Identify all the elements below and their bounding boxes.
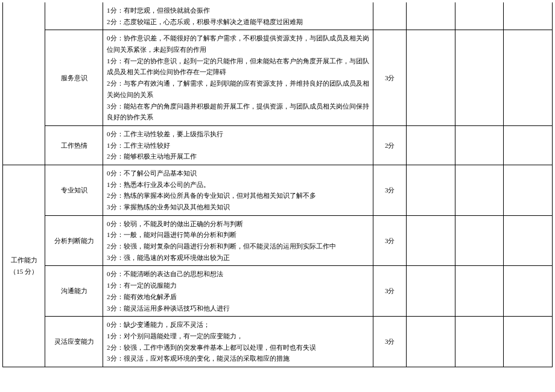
- score-value: 3分: [385, 74, 395, 81]
- item-cell: 灵活应变能力: [45, 317, 103, 367]
- criteria-line: 2分：能够积极主动地开展工作: [107, 151, 369, 162]
- criteria-cell: 0分：不了解公司产品基本知识1分：熟悉本行业及本公司的产品。2分：熟练的掌握本岗…: [103, 165, 373, 215]
- criteria-line: 1分：工作主动性较好: [107, 140, 369, 151]
- criteria-line: 2分：态度较端正，心态乐观，积极寻求解决之道能平稳度过困难期: [107, 16, 369, 28]
- blank-cell: [455, 30, 504, 126]
- evaluation-table: 1分：有时悲观，但很快就就会振作2分：态度较端正，心态乐观，积极寻求解决之道能平…: [2, 2, 553, 367]
- score-cell: 3分: [373, 317, 407, 367]
- criteria-line: 0分：不了解公司产品基本知识: [107, 168, 369, 179]
- blank-cell: [407, 165, 455, 215]
- criteria-line: 0分：较弱，不能及时的做出正确的分析与判断: [107, 218, 369, 230]
- criteria-line: 2分：与客户有效沟通，了解需求，起到职能的应有资源支持，并维持良好的团队成员及相…: [107, 78, 369, 100]
- blank-cell: [455, 165, 504, 215]
- blank-cell: [504, 266, 553, 317]
- item-label: 服务意识: [61, 74, 87, 81]
- category-cell: 工作能力（15 分）: [3, 165, 45, 367]
- category-cell: [3, 2, 45, 165]
- criteria-line: 3分：掌握熟练的业务知识及其他相关知识: [107, 201, 369, 213]
- table-row: 分析判断能力0分：较弱，不能及时的做出正确的分析与判断1分：一般，能对问题进行简…: [3, 215, 553, 266]
- item-label: 沟通能力: [61, 287, 87, 294]
- table-row: 灵活应变能力0分：缺少变通能力，反应不灵活；1分：对个别问题能处理，有一定的应变…: [3, 317, 553, 367]
- criteria-cell: 0分：较弱，不能及时的做出正确的分析与判断1分：一般，能对问题进行简单的分析和判…: [103, 215, 373, 266]
- score-value: 3分: [385, 186, 395, 194]
- table-row: 服务意识0分：协作意识差，不能很好的了解客户需求，不积极提供资源支持，与团队成员…: [3, 30, 553, 126]
- criteria-line: 2分：熟练的掌握本岗位所具备的专业知识，但对其他相关知识了解不多: [107, 190, 369, 201]
- blank-cell: [455, 266, 504, 317]
- item-cell: 沟通能力: [45, 266, 103, 317]
- criteria-cell: 0分：工作主动性较差，要上级指示执行1分：工作主动性较好2分：能够积极主动地开展…: [103, 125, 373, 165]
- blank-cell: [407, 266, 455, 317]
- blank-cell: [455, 125, 504, 165]
- item-label: 专业知识: [61, 186, 87, 194]
- item-label: 灵活应变能力: [54, 338, 94, 345]
- criteria-line: 0分：不能清晰的表达自己的思想和想法: [107, 268, 369, 280]
- blank-cell: [407, 30, 455, 126]
- blank-cell: [504, 215, 553, 266]
- criteria-line: 2分：较强，能对复杂的问题进行分析和判断，但不能灵活的运用到实际工作中: [107, 241, 369, 252]
- blank-cell: [504, 30, 553, 126]
- criteria-line: 1分：对个别问题能处理，有一定的应变能力，: [107, 330, 369, 342]
- blank-cell: [407, 2, 455, 30]
- blank-cell: [504, 165, 553, 215]
- blank-cell: [504, 125, 553, 165]
- score-value: 3分: [385, 237, 395, 244]
- table-row: 沟通能力0分：不能清晰的表达自己的思想和想法1分：有一定的说服能力2分：能有效地…: [3, 266, 553, 317]
- score-value: 2分: [385, 142, 395, 149]
- criteria-line: 0分：协作意识差，不能很好的了解客户需求，不积极提供资源支持，与团队成员及相关岗…: [107, 33, 369, 55]
- criteria-line: 3分：能灵活运用多种谈话技巧和他人进行: [107, 303, 369, 314]
- item-cell: 工作热情: [45, 125, 103, 165]
- criteria-line: 1分：有时悲观，但很快就就会振作: [107, 5, 369, 16]
- criteria-cell: 0分：缺少变通能力，反应不灵活；1分：对个别问题能处理，有一定的应变能力，2分：…: [103, 317, 373, 367]
- criteria-cell: 0分：协作意识差，不能很好的了解客户需求，不积极提供资源支持，与团队成员及相关岗…: [103, 30, 373, 126]
- score-value: 3分: [385, 287, 395, 294]
- table-row: 工作能力（15 分）专业知识0分：不了解公司产品基本知识1分：熟悉本行业及本公司…: [3, 165, 553, 215]
- criteria-line: 0分：缺少变通能力，反应不灵活；: [107, 319, 369, 330]
- item-cell: 专业知识: [45, 165, 103, 215]
- criteria-line: 3分：强，能迅速的对客观环境做出较为正: [107, 252, 369, 264]
- criteria-line: 1分：一般，能对问题进行简单的分析和判断: [107, 229, 369, 241]
- criteria-line: 3分：很灵活，应对客观环境的变化，能灵活的采取相应的措施: [107, 353, 369, 364]
- table-row: 工作热情0分：工作主动性较差，要上级指示执行1分：工作主动性较好2分：能够积极主…: [3, 125, 553, 165]
- blank-cell: [407, 317, 455, 367]
- criteria-line: 2分：较强，工作中遇到的突发事件基本上都可以处理，但有时也有失误: [107, 342, 369, 353]
- blank-cell: [407, 215, 455, 266]
- item-label: 分析判断能力: [54, 237, 94, 244]
- criteria-line: 0分：工作主动性较差，要上级指示执行: [107, 128, 369, 140]
- blank-cell: [455, 2, 504, 30]
- score-cell: 3分: [373, 215, 407, 266]
- blank-cell: [407, 125, 455, 165]
- criteria-line: 1分：有一定的说服能力: [107, 280, 369, 291]
- category-label: 工作能力（15 分）: [10, 256, 38, 275]
- criteria-line: 1分：熟悉本行业及本公司的产品。: [107, 179, 369, 191]
- item-cell: [45, 2, 103, 30]
- blank-cell: [504, 2, 553, 30]
- criteria-line: 2分：能有效地化解矛盾: [107, 291, 369, 303]
- score-value: 3分: [385, 338, 395, 345]
- criteria-line: 3分：能站在客户的角度问题并积极超前开展工作，提供资源，与团队成员相关岗位间保持…: [107, 101, 369, 123]
- blank-cell: [455, 215, 504, 266]
- blank-cell: [455, 317, 504, 367]
- score-cell: 3分: [373, 266, 407, 317]
- table-row: 1分：有时悲观，但很快就就会振作2分：态度较端正，心态乐观，积极寻求解决之道能平…: [3, 2, 553, 30]
- criteria-line: 1分：有一定的协作意识，起到一定的只能作用，但未能站在客户的角度开展工作，与团队…: [107, 55, 369, 78]
- score-cell: 3分: [373, 165, 407, 215]
- score-cell: 2分: [373, 125, 407, 165]
- blank-cell: [504, 317, 553, 367]
- item-cell: 分析判断能力: [45, 215, 103, 266]
- criteria-cell: 1分：有时悲观，但很快就就会振作2分：态度较端正，心态乐观，积极寻求解决之道能平…: [103, 2, 373, 30]
- item-label: 工作热情: [61, 142, 87, 149]
- score-cell: 3分: [373, 30, 407, 126]
- item-cell: 服务意识: [45, 30, 103, 126]
- criteria-cell: 0分：不能清晰的表达自己的思想和想法1分：有一定的说服能力2分：能有效地化解矛盾…: [103, 266, 373, 317]
- score-cell: [373, 2, 407, 30]
